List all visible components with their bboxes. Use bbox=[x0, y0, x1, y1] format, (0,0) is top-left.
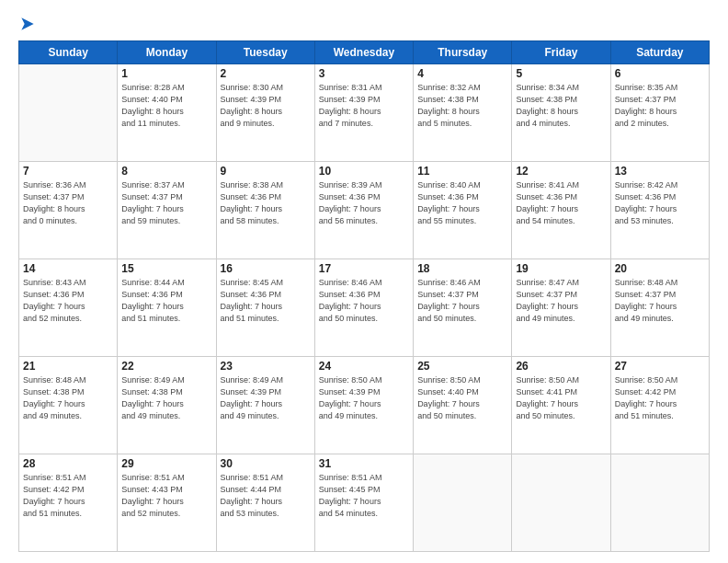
day-number: 11 bbox=[417, 165, 507, 178]
day-info: Sunrise: 8:30 AM Sunset: 4:39 PM Dayligh… bbox=[221, 82, 311, 130]
day-info: Sunrise: 8:50 AM Sunset: 4:42 PM Dayligh… bbox=[615, 374, 705, 422]
header bbox=[18, 15, 710, 33]
calendar-cell: 19Sunrise: 8:47 AM Sunset: 4:37 PM Dayli… bbox=[512, 259, 610, 357]
day-info: Sunrise: 8:40 AM Sunset: 4:36 PM Dayligh… bbox=[417, 179, 507, 227]
calendar-header-saturday: Saturday bbox=[610, 41, 709, 64]
day-number: 30 bbox=[221, 457, 311, 470]
calendar-week-row: 21Sunrise: 8:48 AM Sunset: 4:38 PM Dayli… bbox=[19, 357, 710, 454]
logo-icon bbox=[18, 15, 37, 33]
day-number: 5 bbox=[516, 67, 606, 80]
calendar-cell: 20Sunrise: 8:48 AM Sunset: 4:37 PM Dayli… bbox=[610, 259, 709, 357]
day-info: Sunrise: 8:37 AM Sunset: 4:37 PM Dayligh… bbox=[121, 179, 211, 227]
calendar-cell bbox=[610, 454, 709, 552]
day-info: Sunrise: 8:32 AM Sunset: 4:38 PM Dayligh… bbox=[417, 82, 507, 130]
day-info: Sunrise: 8:50 AM Sunset: 4:40 PM Dayligh… bbox=[417, 374, 507, 422]
day-number: 6 bbox=[615, 67, 705, 80]
day-number: 18 bbox=[417, 262, 507, 275]
day-number: 26 bbox=[516, 360, 606, 373]
calendar-header-wednesday: Wednesday bbox=[314, 41, 413, 64]
calendar-cell: 17Sunrise: 8:46 AM Sunset: 4:36 PM Dayli… bbox=[314, 259, 413, 357]
calendar-header-row: SundayMondayTuesdayWednesdayThursdayFrid… bbox=[19, 41, 710, 64]
calendar-cell bbox=[414, 454, 512, 552]
calendar-week-row: 28Sunrise: 8:51 AM Sunset: 4:42 PM Dayli… bbox=[19, 454, 710, 552]
calendar-cell: 27Sunrise: 8:50 AM Sunset: 4:42 PM Dayli… bbox=[610, 357, 709, 454]
day-number: 4 bbox=[417, 67, 507, 80]
day-info: Sunrise: 8:44 AM Sunset: 4:36 PM Dayligh… bbox=[121, 277, 211, 325]
day-info: Sunrise: 8:42 AM Sunset: 4:36 PM Dayligh… bbox=[615, 179, 705, 227]
day-info: Sunrise: 8:28 AM Sunset: 4:40 PM Dayligh… bbox=[121, 82, 211, 130]
calendar-cell: 6Sunrise: 8:35 AM Sunset: 4:37 PM Daylig… bbox=[610, 64, 709, 162]
calendar-header-thursday: Thursday bbox=[414, 41, 512, 64]
day-number: 31 bbox=[319, 457, 409, 470]
day-number: 17 bbox=[319, 262, 409, 275]
day-number: 15 bbox=[121, 262, 211, 275]
day-info: Sunrise: 8:38 AM Sunset: 4:36 PM Dayligh… bbox=[221, 179, 311, 227]
calendar-week-row: 1Sunrise: 8:28 AM Sunset: 4:40 PM Daylig… bbox=[19, 64, 710, 162]
day-info: Sunrise: 8:43 AM Sunset: 4:36 PM Dayligh… bbox=[23, 277, 113, 325]
calendar-cell bbox=[19, 64, 118, 162]
calendar-header-monday: Monday bbox=[118, 41, 216, 64]
calendar-cell: 16Sunrise: 8:45 AM Sunset: 4:36 PM Dayli… bbox=[216, 259, 314, 357]
day-number: 9 bbox=[221, 165, 311, 178]
day-info: Sunrise: 8:48 AM Sunset: 4:37 PM Dayligh… bbox=[615, 277, 705, 325]
day-info: Sunrise: 8:50 AM Sunset: 4:39 PM Dayligh… bbox=[319, 374, 409, 422]
calendar-cell bbox=[512, 454, 610, 552]
calendar-header-sunday: Sunday bbox=[19, 41, 118, 64]
day-number: 24 bbox=[319, 360, 409, 373]
page: SundayMondayTuesdayWednesdayThursdayFrid… bbox=[0, 0, 728, 563]
calendar-cell: 24Sunrise: 8:50 AM Sunset: 4:39 PM Dayli… bbox=[314, 357, 413, 454]
day-number: 3 bbox=[319, 67, 409, 80]
day-info: Sunrise: 8:46 AM Sunset: 4:36 PM Dayligh… bbox=[319, 277, 409, 325]
calendar-header-friday: Friday bbox=[512, 41, 610, 64]
calendar-cell: 21Sunrise: 8:48 AM Sunset: 4:38 PM Dayli… bbox=[19, 357, 118, 454]
calendar-cell: 9Sunrise: 8:38 AM Sunset: 4:36 PM Daylig… bbox=[216, 162, 314, 259]
day-number: 25 bbox=[417, 360, 507, 373]
calendar-cell: 28Sunrise: 8:51 AM Sunset: 4:42 PM Dayli… bbox=[19, 454, 118, 552]
svg-marker-0 bbox=[21, 17, 33, 29]
day-info: Sunrise: 8:49 AM Sunset: 4:39 PM Dayligh… bbox=[221, 374, 311, 422]
day-number: 13 bbox=[615, 165, 705, 178]
day-number: 14 bbox=[23, 262, 113, 275]
day-number: 21 bbox=[23, 360, 113, 373]
calendar-cell: 15Sunrise: 8:44 AM Sunset: 4:36 PM Dayli… bbox=[118, 259, 216, 357]
day-info: Sunrise: 8:35 AM Sunset: 4:37 PM Dayligh… bbox=[615, 82, 705, 130]
day-number: 7 bbox=[23, 165, 113, 178]
day-info: Sunrise: 8:50 AM Sunset: 4:41 PM Dayligh… bbox=[516, 374, 606, 422]
day-info: Sunrise: 8:51 AM Sunset: 4:43 PM Dayligh… bbox=[121, 472, 211, 520]
day-number: 8 bbox=[121, 165, 211, 178]
calendar-cell: 13Sunrise: 8:42 AM Sunset: 4:36 PM Dayli… bbox=[610, 162, 709, 259]
calendar-week-row: 7Sunrise: 8:36 AM Sunset: 4:37 PM Daylig… bbox=[19, 162, 710, 259]
calendar-cell: 25Sunrise: 8:50 AM Sunset: 4:40 PM Dayli… bbox=[414, 357, 512, 454]
day-number: 12 bbox=[516, 165, 606, 178]
day-number: 16 bbox=[221, 262, 311, 275]
calendar-cell: 14Sunrise: 8:43 AM Sunset: 4:36 PM Dayli… bbox=[19, 259, 118, 357]
day-number: 28 bbox=[23, 457, 113, 470]
calendar-cell: 1Sunrise: 8:28 AM Sunset: 4:40 PM Daylig… bbox=[118, 64, 216, 162]
day-number: 2 bbox=[221, 67, 311, 80]
calendar: SundayMondayTuesdayWednesdayThursdayFrid… bbox=[18, 40, 710, 552]
calendar-cell: 29Sunrise: 8:51 AM Sunset: 4:43 PM Dayli… bbox=[118, 454, 216, 552]
day-info: Sunrise: 8:45 AM Sunset: 4:36 PM Dayligh… bbox=[221, 277, 311, 325]
day-number: 10 bbox=[319, 165, 409, 178]
calendar-cell: 23Sunrise: 8:49 AM Sunset: 4:39 PM Dayli… bbox=[216, 357, 314, 454]
calendar-cell: 11Sunrise: 8:40 AM Sunset: 4:36 PM Dayli… bbox=[414, 162, 512, 259]
calendar-cell: 4Sunrise: 8:32 AM Sunset: 4:38 PM Daylig… bbox=[414, 64, 512, 162]
day-info: Sunrise: 8:36 AM Sunset: 4:37 PM Dayligh… bbox=[23, 179, 113, 227]
calendar-cell: 10Sunrise: 8:39 AM Sunset: 4:36 PM Dayli… bbox=[314, 162, 413, 259]
calendar-cell: 31Sunrise: 8:51 AM Sunset: 4:45 PM Dayli… bbox=[314, 454, 413, 552]
calendar-cell: 26Sunrise: 8:50 AM Sunset: 4:41 PM Dayli… bbox=[512, 357, 610, 454]
day-info: Sunrise: 8:46 AM Sunset: 4:37 PM Dayligh… bbox=[417, 277, 507, 325]
calendar-cell: 8Sunrise: 8:37 AM Sunset: 4:37 PM Daylig… bbox=[118, 162, 216, 259]
day-info: Sunrise: 8:51 AM Sunset: 4:45 PM Dayligh… bbox=[319, 472, 409, 520]
day-info: Sunrise: 8:34 AM Sunset: 4:38 PM Dayligh… bbox=[516, 82, 606, 130]
day-info: Sunrise: 8:51 AM Sunset: 4:44 PM Dayligh… bbox=[221, 472, 311, 520]
day-number: 19 bbox=[516, 262, 606, 275]
day-number: 27 bbox=[615, 360, 705, 373]
calendar-cell: 12Sunrise: 8:41 AM Sunset: 4:36 PM Dayli… bbox=[512, 162, 610, 259]
day-info: Sunrise: 8:48 AM Sunset: 4:38 PM Dayligh… bbox=[23, 374, 113, 422]
day-info: Sunrise: 8:51 AM Sunset: 4:42 PM Dayligh… bbox=[23, 472, 113, 520]
day-info: Sunrise: 8:41 AM Sunset: 4:36 PM Dayligh… bbox=[516, 179, 606, 227]
calendar-cell: 7Sunrise: 8:36 AM Sunset: 4:37 PM Daylig… bbox=[19, 162, 118, 259]
day-number: 1 bbox=[121, 67, 211, 80]
calendar-cell: 18Sunrise: 8:46 AM Sunset: 4:37 PM Dayli… bbox=[414, 259, 512, 357]
